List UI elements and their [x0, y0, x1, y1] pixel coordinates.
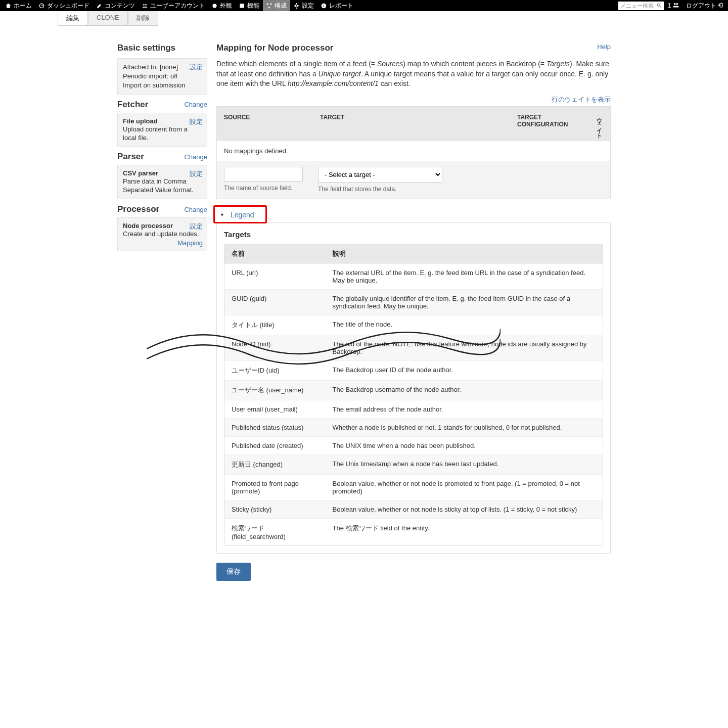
- target-desc: The UNIX time when a node has been publi…: [326, 436, 603, 454]
- tab-edit[interactable]: 編集: [58, 11, 88, 26]
- show-weights-link[interactable]: 行のウェイトを表示: [216, 95, 611, 104]
- target-desc: Boolean value, whether or not node is st…: [326, 500, 603, 518]
- admin-appearance[interactable]: 外観: [208, 0, 236, 11]
- target-name: タイトル (title): [224, 315, 326, 335]
- fetcher-change-link[interactable]: Change: [184, 101, 207, 108]
- people-icon: [673, 3, 679, 8]
- menu-search[interactable]: メニュー検索: [618, 2, 664, 10]
- processor-settings-link[interactable]: 設定: [190, 222, 203, 231]
- parser-settings-link[interactable]: 設定: [190, 169, 203, 178]
- admin-home[interactable]: ホーム: [2, 0, 35, 11]
- target-select[interactable]: - Select a target -: [318, 167, 442, 183]
- target-desc: The Backdrop username of the node author…: [326, 380, 603, 400]
- help-link[interactable]: Help: [597, 43, 611, 51]
- target-name: Sticky (sticky): [224, 500, 326, 518]
- target-desc: The Backdrop user ID of the node author.: [326, 360, 603, 380]
- page-description: Define which elements of a single item o…: [216, 59, 611, 89]
- admin-bar: ホーム ダッシュボード コンテンツ ユーザーアカウント 外観 機能 構成 設定 …: [0, 0, 728, 11]
- target-name: User email (user_mail): [224, 400, 326, 418]
- parser-card: 設定 CSV parser Parse data in Comma Separa…: [117, 165, 207, 199]
- table-row: Promoted to front page (promote)Boolean …: [224, 474, 603, 500]
- fetcher-settings-link[interactable]: 設定: [190, 117, 203, 126]
- basic-settings-link[interactable]: 設定: [190, 63, 203, 72]
- svg-point-1: [143, 4, 145, 6]
- table-row: 更新日 (changed)The Unix timestamp when a n…: [224, 454, 603, 474]
- targets-heading: Targets: [224, 230, 603, 239]
- target-desc: The Unix timestamp when a node has been …: [326, 454, 603, 474]
- puzzle-icon: [239, 3, 245, 9]
- target-desc: The nid of the node. NOTE: use this feat…: [326, 335, 603, 360]
- admin-content[interactable]: コンテンツ: [93, 0, 139, 11]
- mapping-table: SOURCE TARGET TARGET CONFIGURATION ウェイト …: [216, 106, 611, 199]
- svg-point-3: [212, 4, 216, 8]
- page-title: Mapping for Node processor: [216, 43, 333, 53]
- target-name: Promoted to front page (promote): [224, 474, 326, 500]
- table-row: GUID (guid)The globally unique identifie…: [224, 289, 603, 315]
- home-icon: [6, 3, 11, 9]
- target-desc: The title of the node.: [326, 315, 603, 335]
- target-name: Published date (created): [224, 436, 326, 454]
- target-desc: The 検索ワード field of the entity.: [326, 518, 603, 545]
- parser-change-link[interactable]: Change: [184, 153, 207, 161]
- table-row: URL (url)The external URL of the item. E…: [224, 263, 603, 289]
- source-input[interactable]: [224, 167, 303, 181]
- sidebar: Basic settings 設定 Attached to: [none] Pe…: [117, 43, 207, 581]
- target-name: ユーザーID (uid): [224, 360, 326, 380]
- th-desc: 説明: [326, 244, 603, 263]
- svg-point-12: [674, 3, 676, 5]
- svg-rect-5: [267, 3, 268, 5]
- processor-heading: Processor: [117, 204, 159, 214]
- svg-point-13: [676, 3, 678, 5]
- source-help: The name of source field.: [224, 185, 303, 192]
- th-name: 名前: [224, 244, 326, 263]
- targets-table: 名前 説明 URL (url)The external URL of the i…: [224, 244, 603, 546]
- admin-functionality[interactable]: 機能: [236, 0, 263, 11]
- target-help: The field that stores the data.: [318, 186, 442, 193]
- tab-clone[interactable]: CLONE: [88, 11, 128, 26]
- processor-mapping-link[interactable]: Mapping: [177, 239, 203, 247]
- admin-reports[interactable]: iレポート: [317, 0, 357, 11]
- logout-link[interactable]: ログアウト: [683, 2, 726, 10]
- processor-change-link[interactable]: Change: [184, 206, 207, 213]
- basic-settings-heading: Basic settings: [117, 43, 207, 53]
- target-desc: The email address of the node author.: [326, 400, 603, 418]
- th-weight: ウェイト: [593, 114, 603, 134]
- target-desc: Boolean value, whether or not node is pr…: [326, 474, 603, 500]
- svg-point-2: [145, 4, 147, 6]
- admin-structure[interactable]: 構成: [263, 0, 290, 11]
- target-name: ユーザー名 (user_name): [224, 380, 326, 400]
- table-row: Node ID (nid)The nid of the node. NOTE: …: [224, 335, 603, 360]
- basic-settings-card: 設定 Attached to: [none] Periodic import: …: [117, 58, 207, 95]
- table-row: Published date (created)The UNIX time wh…: [224, 436, 603, 454]
- th-source: SOURCE: [224, 114, 320, 134]
- target-name: URL (url): [224, 263, 326, 289]
- table-row: ユーザー名 (user_name)The Backdrop username o…: [224, 380, 603, 400]
- save-button[interactable]: 保存: [216, 563, 251, 581]
- parser-heading: Parser: [117, 152, 144, 162]
- target-name: 検索ワード (field_searchword): [224, 518, 326, 545]
- no-mappings-text: No mappings defined.: [217, 141, 610, 161]
- local-tabs: 編集 CLONE 削除: [58, 11, 728, 26]
- gear-icon: [294, 3, 299, 9]
- fetcher-heading: Fetcher: [117, 100, 148, 110]
- table-row: Published status (status)Whether a node …: [224, 418, 603, 436]
- main-content: Mapping for Node processor Help Define w…: [216, 43, 611, 581]
- svg-rect-4: [240, 4, 244, 8]
- search-icon: [657, 3, 662, 8]
- svg-rect-6: [270, 3, 272, 5]
- tab-delete[interactable]: 削除: [128, 11, 158, 26]
- target-name: GUID (guid): [224, 289, 326, 315]
- admin-settings[interactable]: 設定: [290, 0, 317, 11]
- gauge-icon: [39, 3, 44, 9]
- legend-panel: Targets 名前 説明 URL (url)The external URL …: [216, 222, 611, 554]
- target-name: 更新日 (changed): [224, 454, 326, 474]
- svg-point-8: [295, 5, 297, 7]
- svg-text:i: i: [323, 4, 324, 8]
- table-row: User email (user_mail)The email address …: [224, 400, 603, 418]
- legend-toggle[interactable]: Legend: [220, 211, 254, 219]
- admin-dashboard[interactable]: ダッシュボード: [35, 0, 93, 11]
- admin-count[interactable]: 1: [664, 2, 683, 9]
- admin-users[interactable]: ユーザーアカウント: [139, 0, 208, 11]
- users-icon: [142, 3, 148, 9]
- target-name: Published status (status): [224, 418, 326, 436]
